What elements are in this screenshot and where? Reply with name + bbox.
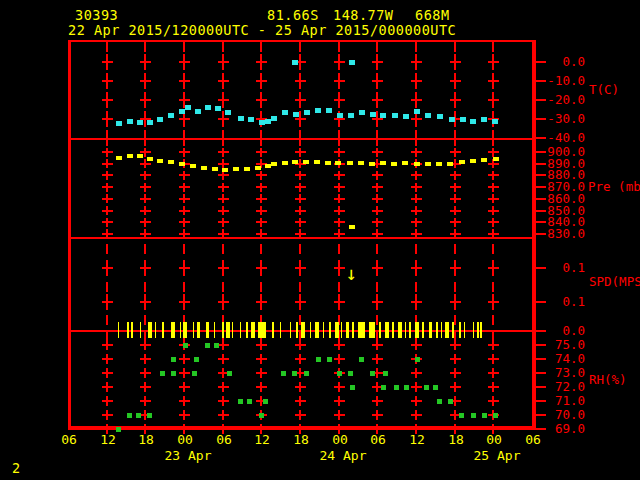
grid-cross	[334, 414, 345, 416]
grid-cross	[102, 428, 113, 430]
grid-cross	[450, 428, 461, 430]
axis-tick-label-RH: 70.0	[540, 409, 585, 422]
grid-dash	[376, 42, 378, 52]
temperature-point	[348, 113, 354, 118]
pressure-point	[127, 154, 133, 158]
grid-cross	[102, 267, 113, 269]
pressure-point	[212, 167, 218, 171]
axis-tick-label-T: -10.0	[540, 75, 585, 88]
grid-cross	[411, 233, 422, 235]
grid-cross	[218, 174, 229, 176]
grid-dash	[260, 244, 262, 254]
grid-dash	[492, 331, 494, 341]
grid-cross	[218, 61, 229, 63]
wind-speed-tick	[398, 322, 402, 338]
pressure-point	[157, 159, 163, 163]
grid-dash	[492, 315, 494, 325]
pressure-point	[391, 162, 397, 166]
temperature-point	[481, 117, 487, 122]
grid-cross	[179, 221, 190, 223]
wind-speed-tick	[118, 322, 119, 338]
relative-humidity-point	[205, 343, 210, 348]
wind-speed-tick	[301, 322, 305, 338]
grid-cross	[140, 210, 151, 212]
wind-speed-tick	[477, 322, 479, 338]
grid-cross	[450, 233, 461, 235]
axis-tick-label-T: -30.0	[540, 113, 585, 126]
grid-cross	[450, 99, 461, 101]
grid-cross	[102, 163, 113, 165]
grid-cross	[295, 198, 306, 200]
wind-speed-tick	[392, 322, 394, 338]
grid-cross	[450, 174, 461, 176]
grid-dash	[222, 42, 224, 52]
wind-speed-tick	[429, 322, 432, 338]
grid-dash	[144, 130, 146, 146]
grid-cross	[295, 358, 306, 360]
grid-dash	[106, 244, 108, 254]
grid-dash	[183, 282, 185, 292]
grid-cross	[179, 372, 190, 374]
grid-cross	[218, 118, 229, 120]
wind-speed-tick	[379, 322, 381, 338]
grid-dash	[106, 315, 108, 325]
grid-cross	[102, 186, 113, 188]
wind-speed-tick	[441, 322, 442, 338]
grid-cross	[179, 198, 190, 200]
grid-cross	[372, 61, 383, 63]
grid-cross	[411, 151, 422, 153]
grid-cross	[488, 358, 499, 360]
grid-cross	[295, 118, 306, 120]
grid-cross	[218, 414, 229, 416]
grid-cross	[256, 99, 267, 101]
relative-humidity-point	[337, 371, 342, 376]
temperature-point	[437, 114, 443, 119]
wind-speed-tick	[473, 322, 474, 338]
grid-cross	[218, 301, 229, 303]
grid-cross	[295, 400, 306, 402]
grid-cross	[218, 163, 229, 165]
pressure-point	[137, 154, 143, 158]
pressure-point	[325, 161, 331, 165]
temperature-point	[304, 110, 310, 115]
pressure-point	[201, 166, 207, 170]
grid-cross	[218, 186, 229, 188]
axis-tick-label-RH: 69.0	[540, 423, 585, 436]
grid-cross	[102, 400, 113, 402]
grid-dash	[492, 130, 494, 146]
x-hour-label: 18	[136, 433, 156, 446]
grid-cross	[179, 358, 190, 360]
grid-cross	[488, 344, 499, 346]
grid-cross	[411, 221, 422, 223]
wind-speed-tick	[214, 322, 215, 338]
grid-cross	[102, 372, 113, 374]
grid-cross	[334, 358, 345, 360]
grid-cross	[218, 358, 229, 360]
grid-cross	[450, 344, 461, 346]
pressure-point	[380, 161, 386, 165]
grid-dash	[376, 315, 378, 325]
temperature-point	[271, 116, 277, 121]
wind-speed-tick	[197, 322, 200, 338]
pressure-point	[347, 161, 353, 165]
wind-speed-tick	[315, 322, 319, 338]
grid-cross	[179, 186, 190, 188]
pressure-point	[436, 162, 442, 166]
axis-unit-label-T: T(C)	[589, 84, 619, 97]
grid-cross	[411, 99, 422, 101]
grid-cross	[411, 372, 422, 374]
grid-cross	[411, 186, 422, 188]
temperature-point	[425, 113, 431, 118]
relative-humidity-point	[247, 399, 252, 404]
axis-tick-label-RH: 73.0	[540, 367, 585, 380]
grid-cross	[140, 344, 151, 346]
grid-cross	[102, 358, 113, 360]
grid-dash	[144, 42, 146, 52]
grid-dash	[454, 282, 456, 292]
pressure-point	[292, 160, 298, 164]
grid-cross	[450, 80, 461, 82]
relative-humidity-point	[381, 385, 386, 390]
grid-cross	[179, 174, 190, 176]
grid-cross	[411, 267, 422, 269]
temperature-point	[137, 120, 143, 125]
